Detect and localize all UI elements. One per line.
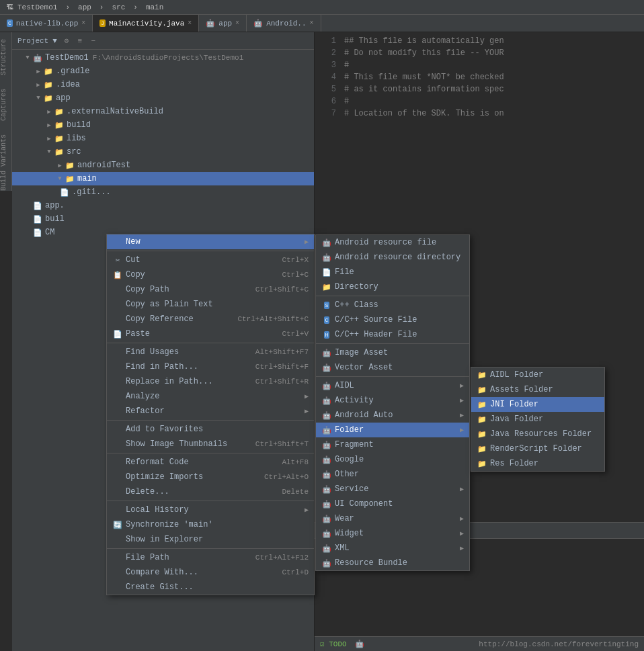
- gitignore-file-icon: 📄: [59, 188, 70, 197]
- menu-item-replaceinpath[interactable]: Replace in Path... Ctrl+Shift+R: [107, 374, 314, 389]
- cpp-file-icon: C: [7, 19, 13, 27]
- menu-item-findinpath[interactable]: Find in Path... Ctrl+Shift+F: [107, 359, 314, 374]
- submenu-ui-component[interactable]: 🤖 UI Component: [316, 496, 469, 511]
- captures-label[interactable]: Captures: [0, 89, 11, 121]
- submenu-widget[interactable]: 🤖 Widget ▶: [316, 526, 469, 541]
- tab-native-lib[interactable]: C native-lib.cpp ×: [0, 15, 93, 32]
- panel-dropdown[interactable]: ▼: [52, 37, 57, 45]
- res-folder-icon: 📁: [477, 460, 487, 468]
- tree-item-gitignore[interactable]: 📄 .giti...: [12, 185, 314, 199]
- menu-item-reformat[interactable]: Reformat Code Alt+F8: [107, 455, 314, 470]
- submenu-folder[interactable]: 🤖 Folder ▶: [316, 423, 469, 437]
- menu-item-copypath[interactable]: Copy Path Ctrl+Shift+C: [107, 282, 314, 297]
- submenu-cpp-class[interactable]: S C++ Class: [316, 298, 469, 312]
- submenu-file[interactable]: 📄 File: [316, 265, 469, 279]
- folder-assets[interactable]: 📁 Assets Folder: [471, 382, 604, 397]
- gradle-folder-icon: 📁: [43, 67, 54, 76]
- app-folder-icon: 📁: [43, 94, 54, 103]
- sync-icon[interactable]: ⚙: [61, 36, 72, 46]
- todo-label[interactable]: ☑ TODO: [320, 640, 347, 648]
- build-variants-label[interactable]: Build Variants: [0, 134, 11, 191]
- title-bar: 🏗 TestDemo1 › app › src › main: [0, 0, 644, 15]
- menu-item-copyref[interactable]: Copy Reference Ctrl+Alt+Shift+C: [107, 312, 314, 327]
- tree-item-externalnativebuild[interactable]: ▶ 📁 .externalNativeBuild: [12, 105, 314, 118]
- tree-item-src[interactable]: ▼ 📁 src: [12, 145, 314, 159]
- submenu-activity[interactable]: 🤖 Activity ▶: [316, 393, 469, 408]
- tree-item-app[interactable]: ▼ 📁 app: [12, 91, 314, 105]
- menu-item-analyze[interactable]: Analyze ▶: [107, 389, 314, 404]
- menu-item-optimizeimports[interactable]: Optimize Imports Ctrl+Alt+O: [107, 470, 314, 484]
- settings-icon[interactable]: ≡: [75, 36, 85, 46]
- menu-item-localhistory[interactable]: Local History ▶: [107, 503, 314, 517]
- folder-res[interactable]: 📁 Res Folder: [471, 456, 604, 471]
- tree-root-path: F:\AndroidStudioProjects\TestDemo1: [93, 54, 243, 62]
- submenu-android-resource-file[interactable]: 🤖 Android resource file: [316, 235, 469, 250]
- tree-item-build[interactable]: ▶ 📁 build: [12, 118, 314, 132]
- submenu-directory[interactable]: 📁 Directory: [316, 279, 469, 294]
- tree-item-buil[interactable]: 📄 buil: [12, 212, 314, 226]
- java-resources-folder-icon: 📁: [477, 430, 487, 439]
- submenu-android-auto[interactable]: 🤖 Android Auto ▶: [316, 408, 469, 423]
- menu-item-showthumbnails[interactable]: Show Image Thumbnails Ctrl+Shift+T: [107, 437, 314, 451]
- menu-item-delete[interactable]: Delete... Delete: [107, 484, 314, 499]
- menu-item-addtofavorites[interactable]: Add to Favorites: [107, 422, 314, 437]
- submenu-folder-panel: 📁 AIDL Folder 📁 Assets Folder 📁 JNI Fold…: [471, 367, 605, 472]
- tree-item-main[interactable]: ▼ 📁 main: [12, 172, 314, 185]
- menu-item-paste[interactable]: 📄 Paste Ctrl+V: [107, 327, 314, 341]
- menu-separator-5: [107, 501, 314, 501]
- tab-close-mainactivity[interactable]: ×: [188, 19, 192, 27]
- folder-jni[interactable]: 📁 JNI Folder: [471, 397, 604, 412]
- structure-label[interactable]: Structure: [0, 39, 11, 75]
- tree-item-libs[interactable]: ▶ 📁 libs: [12, 132, 314, 145]
- folder-aidl[interactable]: 📁 AIDL Folder: [471, 367, 604, 382]
- submenu-xml[interactable]: 🤖 XML ▶: [316, 541, 469, 556]
- folder-java[interactable]: 📁 Java Folder: [471, 412, 604, 427]
- folder-renderscript[interactable]: 📁 RenderScript Folder: [471, 441, 604, 456]
- menu-item-creategist[interactable]: Create Gist...: [107, 580, 314, 595]
- menu-item-comparewith[interactable]: Compare With... Ctrl+D: [107, 565, 314, 580]
- minimize-icon[interactable]: −: [88, 36, 99, 46]
- tab-android[interactable]: 🤖 Android.. ×: [247, 15, 321, 32]
- submenu-wear[interactable]: 🤖 Wear ▶: [316, 511, 469, 526]
- menu-item-refactor[interactable]: Refactor ▶: [107, 404, 314, 419]
- tab-close-android[interactable]: ×: [310, 19, 314, 27]
- tree-item-androidtest[interactable]: ▶ 📁 androidTest: [12, 159, 314, 172]
- tree-label-gradle: .gradle: [56, 67, 89, 76]
- submenu-google[interactable]: 🤖 Google: [316, 452, 469, 467]
- src-folder-icon: 📁: [54, 148, 65, 157]
- submenu-android-resource-dir[interactable]: 🤖 Android resource directory: [316, 250, 469, 265]
- submenu-resource-bundle[interactable]: 🤖 Resource Bundle: [316, 556, 469, 570]
- tree-item-gradle[interactable]: ▶ 📁 .gradle: [12, 64, 314, 78]
- code-line-6: #: [344, 95, 644, 107]
- tree-root-label: TestDemo1: [45, 53, 89, 62]
- android-res-dir-icon: 🤖: [321, 253, 332, 262]
- submenu-image-asset[interactable]: 🤖 Image Asset: [316, 345, 469, 360]
- menu-item-new[interactable]: New ▶: [107, 234, 314, 249]
- project-folder-icon: 🤖: [32, 54, 43, 62]
- menu-item-findusages[interactable]: Find Usages Alt+Shift+F7: [107, 345, 314, 359]
- tab-close-native-lib[interactable]: ×: [81, 19, 85, 27]
- submenu-other[interactable]: 🤖 Other: [316, 467, 469, 482]
- appbuild-icon: 📄: [32, 202, 43, 210]
- menu-item-showinexplorer[interactable]: Show in Explorer: [107, 532, 314, 547]
- tab-app[interactable]: 🤖 app ×: [199, 15, 247, 32]
- folder-java-resources[interactable]: 📁 Java Resources Folder: [471, 427, 604, 441]
- externalnative-folder-icon: 📁: [54, 107, 65, 116]
- tree-root[interactable]: ▼ 🤖 TestDemo1 F:\AndroidStudioProjects\T…: [12, 51, 314, 64]
- submenu-cpp-header[interactable]: H C/C++ Header File: [316, 327, 469, 342]
- menu-item-copyplain[interactable]: Copy as Plain Text: [107, 297, 314, 312]
- menu-item-synchronize[interactable]: 🔄 Synchronize 'main': [107, 517, 314, 532]
- submenu-vector-asset[interactable]: 🤖 Vector Asset: [316, 360, 469, 375]
- tree-item-appbuild[interactable]: 📄 app.: [12, 199, 314, 212]
- tab-close-app[interactable]: ×: [235, 19, 239, 27]
- tree-item-idea[interactable]: ▶ 📁 .idea: [12, 78, 314, 91]
- menu-item-filepath[interactable]: File Path Ctrl+Alt+F12: [107, 550, 314, 565]
- file-new-icon: 📄: [321, 268, 332, 277]
- submenu-service[interactable]: 🤖 Service ▶: [316, 482, 469, 496]
- submenu-fragment[interactable]: 🤖 Fragment: [316, 437, 469, 452]
- menu-item-copy[interactable]: 📋 Copy Ctrl+C: [107, 267, 314, 282]
- submenu-cpp-source[interactable]: C C/C++ Source File: [316, 312, 469, 327]
- tab-mainactivity[interactable]: J MainActivity.java ×: [93, 15, 199, 32]
- submenu-aidl[interactable]: 🤖 AIDL ▶: [316, 378, 469, 393]
- menu-item-cut[interactable]: ✂ Cut Ctrl+X: [107, 253, 314, 267]
